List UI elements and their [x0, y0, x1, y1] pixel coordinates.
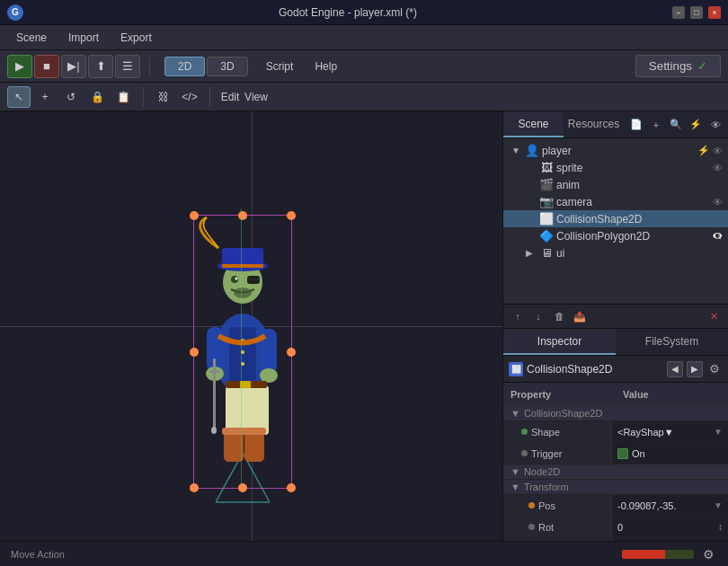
tree-node-camera[interactable]: 📷 camera 👁 — [503, 193, 728, 210]
tab-3d[interactable]: 3D — [207, 57, 247, 76]
nav-next-btn[interactable]: ▶ — [687, 361, 703, 377]
settings-button[interactable]: Settings ✓ — [635, 55, 721, 77]
tree-node-player[interactable]: ▼ 👤 player ⚡ 👁 — [503, 142, 728, 159]
move-up-btn[interactable]: ↑ — [509, 307, 527, 325]
dimension-tabs: 2D 3D — [164, 57, 248, 76]
svg-point-11 — [235, 278, 238, 280]
edit-menu[interactable]: Edit — [218, 86, 242, 108]
prop-name-rot: Rot — [503, 522, 611, 533]
menu-export[interactable]: Export — [111, 29, 161, 47]
section-node2d[interactable]: ▼ Node2D — [503, 464, 728, 480]
titlebar-controls: − □ × — [672, 6, 721, 19]
more-button[interactable]: ☰ — [115, 55, 140, 78]
rotate-tool[interactable]: ↺ — [59, 86, 83, 108]
menu-script[interactable]: Script — [257, 57, 303, 75]
prop-row-shape[interactable]: Shape <RayShap▼ ▼ — [503, 421, 728, 443]
prop-row-rot[interactable]: Rot 0 ↕ — [503, 517, 728, 538]
inspector-header: ⬜ CollisionShape2D ◀ ▶ ⚙ — [503, 356, 728, 383]
tree-node-sprite[interactable]: 🖼 sprite 👁 — [503, 159, 728, 176]
scene-refresh-btn[interactable]: ⚡ — [687, 116, 705, 134]
tree-node-anim[interactable]: 🎬 anim — [503, 176, 728, 193]
lock-tool[interactable]: 🔒 — [85, 86, 109, 108]
dot-pos — [528, 502, 535, 509]
titlebar: G Godot Engine - player.xml (*) − □ × — [0, 0, 728, 25]
tree-node-ui[interactable]: ▶ 🖥 ui — [503, 244, 728, 261]
tab-resources[interactable]: Resources — [564, 111, 624, 137]
export-node-btn[interactable]: 📤 — [571, 307, 589, 325]
tab-scene[interactable]: Scene — [503, 111, 564, 137]
prop-row-pos[interactable]: Pos -0.09087,-35. ▼ — [503, 495, 728, 517]
scene-add-btn[interactable]: 📄 — [627, 116, 645, 134]
tree-node-collisionpolygon[interactable]: 🔷 CollisionPolygon2D 👁‍🗨 — [503, 227, 728, 244]
right-panel: Scene Resources 📄 + 🔍 ⚡ 👁 ▼ 👤 player ⚡ 👁 — [503, 111, 728, 541]
icon-polygon: 🔷 — [539, 229, 554, 243]
menu-help[interactable]: Help — [306, 57, 346, 75]
group-tool[interactable]: 📋 — [111, 86, 135, 108]
export-button[interactable]: ⬆ — [88, 55, 113, 78]
main-area: Scene Resources 📄 + 🔍 ⚡ 👁 ▼ 👤 player ⚡ 👁 — [0, 111, 728, 541]
svg-rect-23 — [246, 385, 269, 435]
vis-camera: 👁 — [713, 197, 723, 208]
scene-filter-btn[interactable]: 🔍 — [667, 116, 685, 134]
menu-scene[interactable]: Scene — [7, 29, 56, 47]
prop-val-pos[interactable]: -0.09087,-35. ▼ — [611, 495, 728, 516]
svg-point-14 — [234, 287, 252, 298]
status-settings-btn[interactable]: ⚙ — [699, 545, 717, 563]
delete-node-btn[interactable]: 🗑 — [550, 307, 568, 325]
checkbox-trigger[interactable] — [617, 448, 628, 459]
link-tool[interactable]: ⛓ — [152, 86, 175, 108]
menu-import[interactable]: Import — [59, 29, 108, 47]
svg-point-5 — [241, 362, 244, 366]
svg-rect-27 — [243, 428, 266, 435]
tree-node-collisionshape[interactable]: ⬜ CollisionShape2D — [503, 210, 728, 227]
scene-tabs: Scene Resources 📄 + 🔍 ⚡ 👁 — [503, 111, 728, 138]
main-toolbar: ▶ ■ ▶| ⬆ ☰ 2D 3D Script Help Settings ✓ — [0, 50, 728, 83]
icon-collision: ⬜ — [539, 212, 554, 226]
code-tool[interactable]: </> — [178, 86, 201, 108]
scene-bottom-toolbar: ↑ ↓ 🗑 📤 ✕ — [503, 304, 728, 329]
prop-val-trigger[interactable]: On — [611, 443, 728, 464]
statusbar: Move Action ⚙ — [0, 541, 728, 566]
prop-val-shape[interactable]: <RayShap▼ ▼ — [611, 421, 728, 442]
close-button[interactable]: × — [708, 6, 721, 19]
svg-rect-17 — [213, 358, 216, 430]
section-transform[interactable]: ▼ Transform — [503, 480, 728, 495]
nav-prev-btn[interactable]: ◀ — [667, 361, 683, 377]
svg-rect-9 — [222, 264, 263, 268]
tab-filesystem[interactable]: FileSystem — [616, 329, 728, 355]
tab-2d[interactable]: 2D — [164, 57, 205, 76]
prop-name-pos: Pos — [503, 500, 611, 511]
icon-anim: 🎬 — [539, 178, 554, 191]
dot-shape — [521, 429, 528, 435]
col-property: Property — [503, 383, 616, 405]
dot-trigger — [521, 450, 528, 456]
prop-row-trigger[interactable]: Trigger On — [503, 443, 728, 464]
scene-eye-btn[interactable]: 👁 — [706, 116, 724, 134]
stop-button[interactable]: ■ — [34, 55, 59, 78]
maximize-button[interactable]: □ — [690, 6, 703, 19]
tab-inspector[interactable]: Inspector — [503, 329, 616, 355]
close-panel-btn[interactable]: ✕ — [705, 307, 723, 325]
icon-sprite: 🖼 — [539, 161, 554, 174]
status-text: Move Action — [11, 549, 65, 560]
prop-row-scale[interactable]: Scale 3.743573,4.0 ▼ — [503, 538, 728, 541]
section-collision[interactable]: ▼ CollisionShape2D — [503, 406, 728, 421]
svg-rect-29 — [240, 381, 251, 388]
inspector-gear-btn[interactable]: ⚙ — [706, 361, 723, 377]
step-button[interactable]: ▶| — [61, 55, 86, 78]
scene-instance-btn[interactable]: + — [647, 116, 665, 134]
icon-player: 👤 — [525, 144, 539, 157]
prop-val-scale[interactable]: 3.743573,4.0 ▼ — [611, 538, 728, 541]
godot-logo: G — [7, 4, 23, 21]
view-menu[interactable]: View — [244, 86, 268, 108]
playback-controls: ▶ ■ ▶| ⬆ ☰ — [7, 55, 140, 78]
arrow-ui: ▶ — [526, 248, 537, 258]
minimize-button[interactable]: − — [672, 6, 685, 19]
move-tool[interactable]: + — [33, 86, 57, 108]
label-camera: camera — [556, 196, 710, 208]
select-tool[interactable]: ↖ — [7, 86, 31, 108]
move-down-btn[interactable]: ↓ — [529, 307, 547, 325]
viewport[interactable] — [0, 111, 503, 541]
prop-val-rot[interactable]: 0 ↕ — [611, 517, 728, 537]
play-button[interactable]: ▶ — [7, 55, 32, 78]
